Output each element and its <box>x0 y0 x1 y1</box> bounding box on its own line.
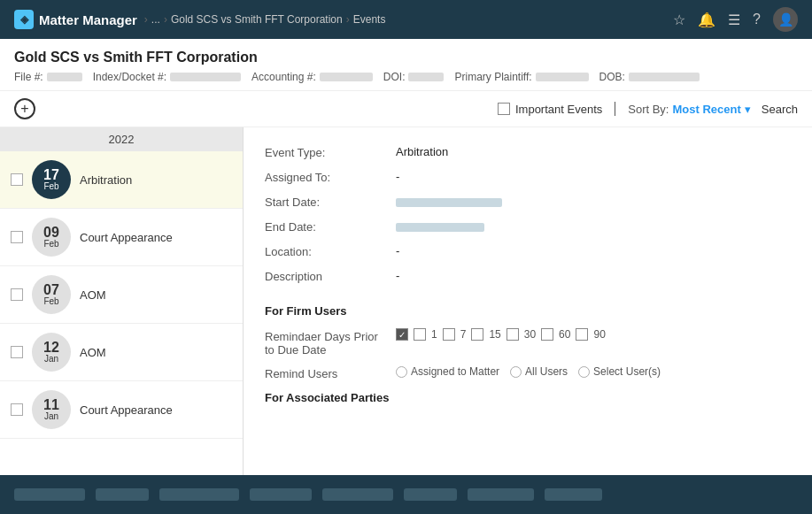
file-label: File #: <box>14 71 43 83</box>
plaintiff-field: Primary Plaintiff: <box>454 71 588 83</box>
badge-month-4: Jan <box>44 355 58 364</box>
footer-item-8 <box>545 488 602 501</box>
app-logo[interactable]: ◈ Matter Manager <box>14 10 137 29</box>
avatar[interactable]: 👤 <box>773 7 798 32</box>
reminder-1-checkbox[interactable] <box>414 328 426 341</box>
event-title-4: AOM <box>80 346 106 359</box>
event-detail-panel: Event Type: Arbitration Assigned To: - S… <box>244 127 812 514</box>
important-events-filter[interactable]: Important Events <box>498 103 602 116</box>
badge-month-5: Jan <box>44 412 58 421</box>
reminder-30-checkbox[interactable] <box>507 328 519 341</box>
event-title-3: AOM <box>80 288 106 302</box>
dob-value <box>629 73 700 81</box>
event-title-5: Court Appearance <box>80 403 173 417</box>
reminder-label: Remindaer Days Prior to Due Date <box>265 328 389 357</box>
nav-right: ☆ 🔔 ☰ ? 👤 <box>673 7 798 32</box>
location-value: - <box>396 244 791 258</box>
location-label: Location: <box>265 244 389 258</box>
sort-by-value[interactable]: Most Recent <box>673 103 741 116</box>
add-event-button[interactable]: + <box>14 98 35 119</box>
badge-month-3: Feb <box>43 297 58 306</box>
reminder-1-label: 1 <box>431 328 437 341</box>
event-checkbox-4[interactable] <box>11 346 23 358</box>
search-button[interactable]: Search <box>762 103 798 116</box>
radio-icon-assigned <box>396 366 407 378</box>
breadcrumb-events[interactable]: Events <box>353 13 386 26</box>
assigned-label: Assigned To: <box>265 170 389 184</box>
reminder-7-checkbox[interactable] <box>443 328 455 341</box>
two-column-layout: 2022 17 Feb Arbitration 09 Feb Court App… <box>0 127 812 514</box>
help-icon[interactable]: ? <box>753 12 761 27</box>
app-name: Matter Manager <box>39 12 137 27</box>
event-badge-3: 07 Feb <box>32 275 71 314</box>
breadcrumb-sep2: › <box>164 13 167 26</box>
reminder-days-row: Remindaer Days Prior to Due Date ✓ 1 7 1… <box>265 328 791 357</box>
accounting-value <box>320 73 373 81</box>
index-value <box>170 73 241 81</box>
remind-users-label: Remind Users <box>265 365 389 380</box>
dob-field: DOB: <box>599 71 700 83</box>
reminder-30-label: 30 <box>524 328 536 341</box>
start-date-bar <box>396 198 502 207</box>
list-item[interactable]: 12 Jan AOM <box>0 324 243 381</box>
reminder-90-checkbox[interactable] <box>576 328 588 341</box>
breadcrumb-separator2: ... <box>151 13 160 26</box>
event-checkbox-5[interactable] <box>11 403 23 416</box>
list-item[interactable]: 11 Jan Court Appearance <box>0 381 243 439</box>
main-content: Gold SCS vs Smith FFT Corporation File #… <box>0 39 812 514</box>
badge-month-2: Feb <box>43 240 58 249</box>
important-events-checkbox[interactable] <box>498 103 510 115</box>
list-item[interactable]: 07 Feb AOM <box>0 266 243 324</box>
radio-label-select: Select User(s) <box>593 365 661 378</box>
associated-parties-title: For Associated Parties <box>265 391 791 404</box>
toolbar-right: Important Events Sort By: Most Recent ▾ … <box>498 102 798 116</box>
file-field: File #: <box>14 71 82 83</box>
badge-month-1: Feb <box>43 182 58 191</box>
radio-assigned-to-matter[interactable]: Assigned to Matter <box>396 365 499 378</box>
accounting-field: Accounting #: <box>251 71 373 83</box>
radio-icon-select <box>578 366 590 378</box>
nav-left: ◈ Matter Manager › ... › Gold SCS vs Smi… <box>14 10 385 29</box>
reminder-15-checkbox[interactable] <box>471 328 483 341</box>
breadcrumb: › ... › Gold SCS vs Smith FFT Corporatio… <box>144 13 386 26</box>
file-value <box>47 73 82 81</box>
doi-label: DOI: <box>383 71 406 83</box>
footer-item-3 <box>159 488 239 501</box>
event-checkbox-2[interactable] <box>11 231 23 243</box>
chevron-down-icon[interactable]: ▾ <box>745 103 751 116</box>
footer-item-2 <box>96 488 149 501</box>
footer-item-7 <box>468 488 534 501</box>
breadcrumb-sep3: › <box>346 13 350 26</box>
menu-icon[interactable]: ☰ <box>728 12 740 28</box>
badge-day-3: 07 <box>43 283 59 297</box>
remind-users-row: Remind Users Assigned to Matter All User… <box>265 365 791 380</box>
event-checkbox-1[interactable] <box>11 173 23 186</box>
reminder-checked-checkbox[interactable]: ✓ <box>396 328 408 341</box>
dob-label: DOB: <box>599 71 625 83</box>
reminder-60-checkbox[interactable] <box>541 328 553 341</box>
breadcrumb-matter[interactable]: Gold SCS vs Smith FFT Corporation <box>171 13 343 26</box>
star-icon[interactable]: ☆ <box>673 12 685 28</box>
footer-item-4 <box>250 488 312 501</box>
type-value: Arbitration <box>396 145 791 159</box>
page-title: Gold SCS vs Smith FFT Corporation <box>14 50 798 65</box>
bell-icon[interactable]: 🔔 <box>698 12 715 28</box>
list-item[interactable]: 09 Feb Court Appearance <box>0 209 243 266</box>
year-header: 2022 <box>0 127 243 151</box>
breadcrumb-separator: › <box>144 13 148 26</box>
radio-all-users[interactable]: All Users <box>510 365 568 378</box>
end-label: End Date: <box>265 219 389 234</box>
index-field: Index/Docket #: <box>93 71 241 83</box>
sort-by-label: Sort By: <box>628 103 669 116</box>
radio-select-users[interactable]: Select User(s) <box>578 365 661 378</box>
event-checkbox-3[interactable] <box>11 288 23 301</box>
reminder-controls: ✓ 1 7 15 30 60 90 <box>396 328 606 341</box>
avatar-icon: 👤 <box>778 12 793 27</box>
plaintiff-value <box>536 73 589 81</box>
sort-by: Sort By: Most Recent ▾ <box>628 103 751 116</box>
list-item[interactable]: 17 Feb Arbitration <box>0 151 243 209</box>
description-value: - <box>396 269 791 283</box>
end-date-bar <box>396 223 484 232</box>
radio-label-assigned: Assigned to Matter <box>411 365 499 378</box>
footer-bar <box>0 475 812 514</box>
